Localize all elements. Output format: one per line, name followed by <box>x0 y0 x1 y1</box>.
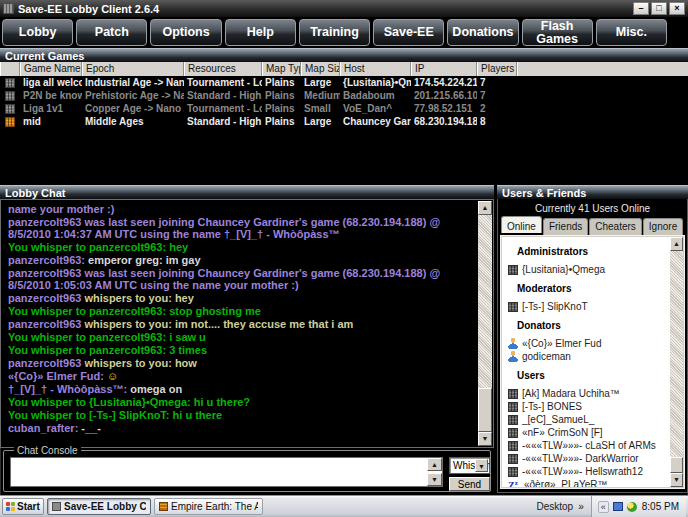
users-scroll-up-icon[interactable]: ▲ <box>670 237 683 251</box>
menu-button-help[interactable]: Help <box>225 19 296 46</box>
game-host: Chauncey Gardiner <box>340 116 411 127</box>
chat-message: You whisper to panzercolt963: stop ghost… <box>8 305 475 317</box>
user-item[interactable]: -«««TLW»»»- DarkWarrior <box>502 452 670 465</box>
games-column-header-blank[interactable] <box>0 62 20 76</box>
games-column-header-map-type[interactable]: Map Type <box>262 62 301 76</box>
person-icon <box>508 351 518 362</box>
game-epoch: Prehistoric Age -> Nano Age <box>82 90 184 101</box>
chat-console-label: Chat Console <box>14 445 81 456</box>
title-bar: Save-EE Lobby Client 2.6.4 – □ × <box>0 0 688 17</box>
taskbar-task-2[interactable]: Empire Earth: The Art of ... <box>154 498 263 515</box>
whisper-mode-select[interactable]: Whisper ▼ <box>449 457 490 474</box>
user-name: «{Co}» Elmer Fud <box>522 338 602 349</box>
game-players: 8 <box>477 116 517 127</box>
game-ip: 77.98.52.151 <box>411 103 477 114</box>
users-scroll-thumb[interactable] <box>670 457 683 473</box>
user-name: -«««TLW»»»- cLaSH of ARMs <box>522 440 656 451</box>
start-button[interactable]: Start <box>2 498 44 515</box>
chat-scroll-track[interactable] <box>478 215 492 432</box>
select-dropdown-icon[interactable]: ▼ <box>475 459 488 472</box>
menu-button-flash-games[interactable]: Flash Games <box>522 19 593 46</box>
chat-text: panzercolt963: <box>8 254 85 266</box>
taskbar-task-1[interactable]: Save-EE Lobby Client ... <box>47 498 151 515</box>
user-item[interactable]: [Ak] Madara Uchiha™ <box>502 387 670 400</box>
chat-text: You whisper to panzercolt963: i saw u <box>8 331 206 343</box>
lobby-chat-header: Lobby Chat <box>0 185 494 199</box>
tab-ignore[interactable]: Ignore <box>643 218 683 235</box>
users-scroll-down-icon[interactable]: ▼ <box>670 473 683 487</box>
close-button[interactable]: × <box>669 2 685 15</box>
game-row[interactable]: liga all welcomeIndustrial Age -> Nano A… <box>0 76 688 89</box>
game-icon-cell <box>0 104 20 114</box>
chat-text: whispers to you: hey <box>81 292 193 304</box>
user-item[interactable]: godiceman <box>502 350 670 363</box>
game-map-type: Plains <box>262 90 301 101</box>
games-column-header-players[interactable]: Players <box>477 62 517 76</box>
windows-logo-icon <box>6 502 15 511</box>
tab-online[interactable]: Online <box>501 216 542 233</box>
user-item[interactable]: {Lusitania}•Qmega <box>502 263 670 276</box>
chat-scroll-thumb[interactable] <box>478 388 492 432</box>
menu-button-misc[interactable]: Misc. <box>596 19 667 46</box>
task-label: Empire Earth: The Art of ... <box>171 501 258 512</box>
chat-message: «{Co}» Elmer Fud: ☺ <box>8 370 475 382</box>
menu-button-options[interactable]: Options <box>150 19 221 46</box>
castle-icon <box>508 467 518 477</box>
desktop-toolbar-label[interactable]: Desktop <box>536 501 573 512</box>
tray-collapse-icon[interactable]: « <box>598 501 609 513</box>
chat-input[interactable] <box>11 458 427 486</box>
user-item[interactable]: «nF» CrimSoN [F] <box>502 426 670 439</box>
games-column-header-ip[interactable]: IP <box>411 62 477 76</box>
user-item[interactable]: _[eC]_SamueL_ <box>502 413 670 426</box>
game-row[interactable]: P2N be knowPrehistoric Age -> Nano AgeSt… <box>0 89 688 102</box>
tray-display-icon[interactable] <box>613 502 623 511</box>
user-item[interactable]: Zz«ðèrø»_PLaYeR™ <box>502 478 670 487</box>
menu-button-training[interactable]: Training <box>299 19 370 46</box>
minimize-button[interactable]: – <box>633 2 649 15</box>
castle-gray-icon <box>5 91 15 101</box>
chat-scrollbar[interactable]: ▲ ▼ <box>478 201 492 446</box>
user-item[interactable]: [-Ts-] SlipKnoT <box>502 300 670 313</box>
toolbar-overflow-icon[interactable]: » <box>578 501 584 512</box>
tray-app-icon[interactable] <box>627 502 637 512</box>
send-button[interactable]: Send <box>449 477 490 491</box>
scroll-down-icon[interactable]: ▼ <box>478 432 492 446</box>
chat-message: You whisper to {Lusitania}•Qmega: hi u t… <box>8 396 475 408</box>
tab-friends[interactable]: Friends <box>543 218 588 235</box>
games-column-header-epoch[interactable]: Epoch <box>82 62 184 76</box>
games-column-header-map-size[interactable]: Map Size <box>301 62 340 76</box>
games-column-header-resources[interactable]: Resources <box>184 62 262 76</box>
input-scroll-down-icon[interactable]: ▼ <box>427 473 442 486</box>
window-title: Save-EE Lobby Client 2.6.4 <box>18 3 631 15</box>
scroll-up-icon[interactable]: ▲ <box>478 201 492 215</box>
users-friends-title: Users & Friends <box>502 187 586 199</box>
chat-text: You whisper to [-Ts-] SlipKnoT: hi u the… <box>8 409 222 421</box>
tab-cheaters[interactable]: Cheaters <box>589 218 642 235</box>
app-window: Save-EE Lobby Client 2.6.4 – □ × LobbyPa… <box>0 0 688 517</box>
user-group-heading-users: Users <box>517 370 670 381</box>
restore-button[interactable]: □ <box>651 2 667 15</box>
game-row[interactable]: Liga 1v1Copper Age -> Nano AgeTournament… <box>0 102 688 115</box>
castle-icon <box>508 415 518 425</box>
game-map-type: Plains <box>262 116 301 127</box>
chat-input-scrollbar[interactable]: ▲ ▼ <box>427 458 442 486</box>
games-column-header-host[interactable]: Host <box>340 62 411 76</box>
menu-button-save-ee[interactable]: Save-EE <box>373 19 444 46</box>
menu-button-lobby[interactable]: Lobby <box>2 19 73 46</box>
user-item[interactable]: -«««TLW»»»- cLaSH of ARMs <box>502 439 670 452</box>
chat-text: panzercolt963 was last seen joining Chau… <box>8 267 440 291</box>
input-scroll-up-icon[interactable]: ▲ <box>427 458 442 471</box>
chat-message: panzercolt963 whispers to you: im not...… <box>8 318 475 330</box>
chat-message: †_[V]_† - Whòôpàss™: omega on <box>8 383 475 395</box>
games-table-body: liga all welcomeIndustrial Age -> Nano A… <box>0 76 688 128</box>
user-item[interactable]: [-Ts-] BONES <box>502 400 670 413</box>
user-item[interactable]: -«««TLW»»»- Hellswrath12 <box>502 465 670 478</box>
castle-icon <box>508 454 518 464</box>
users-scrollbar[interactable]: ▲ ▼ <box>670 237 683 487</box>
user-item[interactable]: «{Co}» Elmer Fud <box>502 337 670 350</box>
users-scroll-track[interactable] <box>670 251 683 473</box>
games-column-header-game-name[interactable]: Game Name <box>20 62 82 76</box>
menu-button-patch[interactable]: Patch <box>76 19 147 46</box>
menu-button-donations[interactable]: Donations <box>447 19 518 46</box>
game-row[interactable]: midMiddle AgesStandard - High (SH)Plains… <box>0 115 688 128</box>
